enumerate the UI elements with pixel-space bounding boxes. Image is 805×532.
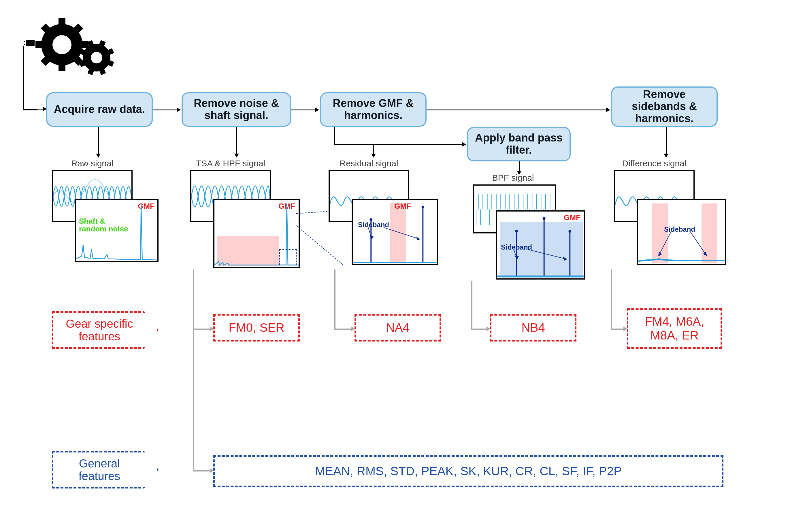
step-acquire-raw: Acquire raw data. [46, 92, 153, 127]
svg-line-35 [528, 250, 567, 259]
svg-point-21 [369, 218, 372, 221]
svg-line-25 [384, 227, 420, 239]
zoom-box-tsa [279, 249, 296, 265]
svg-point-31 [543, 217, 545, 220]
gears-icon [35, 17, 121, 75]
step-remove-sidebands: Remove sidebands & harmonics. [611, 87, 718, 127]
svg-point-33 [568, 230, 571, 232]
svg-line-39 [690, 231, 707, 256]
svg-rect-1 [58, 18, 65, 26]
plot-residual-spectrum: GMF Sideband [352, 199, 438, 265]
step-remove-gmf: Remove GMF & harmonics. [320, 92, 426, 127]
label-diff-signal: Difference signal [614, 158, 695, 168]
conn-gmf-down [334, 127, 335, 144]
label-bpf-signal: BPF signal [473, 173, 553, 183]
sensor-wire [23, 46, 24, 110]
svg-rect-7 [36, 41, 43, 48]
arrow-step3-step5 [426, 110, 607, 110]
diagram-root: Acquire raw data. Remove noise & shaft s… [12, 12, 793, 520]
svg-point-29 [515, 230, 518, 232]
svg-line-38 [658, 231, 671, 256]
label-tsa-signal: TSA & HPF signal [190, 158, 271, 168]
svg-marker-27 [416, 236, 420, 241]
plot-raw-spectrum: GMF Shaft & random noise [75, 199, 158, 262]
feat-diff: FM4, M6A, M8A, ER [627, 308, 722, 349]
banner-gear-features: Gear specific features [52, 311, 158, 349]
svg-point-9 [53, 35, 72, 54]
arrow-step1-step2 [153, 110, 177, 110]
feat-general: MEAN, RMS, STD, PEAK, SK, KUR, CR, CL, S… [213, 455, 724, 487]
plot-bpf-spectrum: GMF Sideband [496, 210, 585, 280]
arrow-step3-plot [373, 144, 374, 154]
arrow-step2-step3 [291, 110, 315, 110]
arrow-step5-plot [666, 127, 667, 154]
feeder-to-bpf-feat [471, 328, 487, 330]
step-remove-noise: Remove noise & shaft signal. [181, 92, 291, 127]
feeder-to-res-feat [334, 328, 352, 330]
feeder-to-tsa-feat [193, 328, 210, 330]
arrow-step1-plot [98, 127, 99, 154]
feat-residual: NA4 [354, 314, 441, 342]
feat-bpf: NB4 [490, 314, 576, 342]
feeder-v-bpf [471, 281, 473, 330]
sensor-plug-icon [26, 40, 35, 46]
step-band-pass: Apply band pass filter. [467, 127, 571, 162]
arrow-step2-plot [236, 127, 237, 154]
label-raw-signal: Raw signal [52, 158, 133, 168]
feeder-v-diff [611, 269, 612, 330]
label-residual-signal: Residual signal [329, 158, 409, 168]
feeder-to-general [193, 470, 210, 472]
svg-marker-26 [369, 236, 373, 240]
arrow-sensor-to-step1 [23, 109, 43, 110]
plot-tsa-spectrum: GMF [213, 199, 300, 268]
plot-diff-spectrum: Sideband [637, 199, 726, 265]
svg-point-23 [421, 206, 424, 208]
feeder-vertical [193, 269, 194, 471]
arrow-to-bandpass [334, 144, 463, 145]
zoom-line-bot [296, 225, 343, 265]
feeder-v-res [334, 269, 336, 330]
feat-tsa: FM0, SER [213, 314, 300, 342]
arrow-step4-plot [519, 162, 520, 171]
svg-rect-5 [58, 63, 65, 71]
banner-general-features: General features [52, 451, 158, 489]
feeder-to-diff-feat [611, 328, 624, 330]
svg-point-19 [91, 52, 102, 63]
svg-marker-41 [703, 252, 707, 256]
